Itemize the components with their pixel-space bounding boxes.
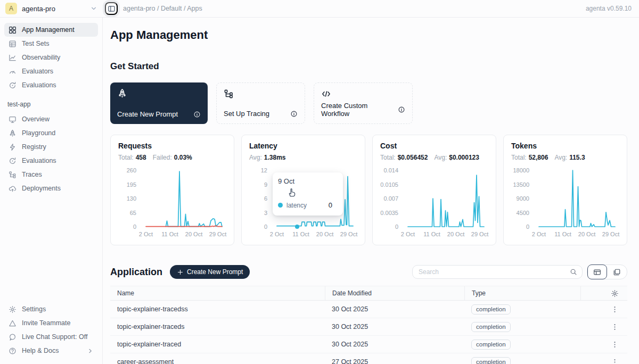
sidebar-footer-nav: SettingsInvite TeammateLive Chat Support… (4, 302, 98, 358)
sidebar-item-evaluations[interactable]: Evaluations (4, 78, 98, 92)
table-row[interactable]: topic-explainer-tracedss30 Oct 2025compl… (110, 301, 627, 318)
stat-card-chart[interactable]: 0.0140.01050.0070.003502 Oct11 Oct20 Oct… (373, 163, 497, 243)
main-content: App Management Get Started Create New Pr… (103, 18, 639, 364)
row-type: completion (464, 357, 580, 364)
row-type: completion (464, 340, 580, 350)
sidebar-item-observability[interactable]: Observability (4, 51, 98, 64)
tree-icon (9, 171, 17, 179)
kebab-menu-icon[interactable] (611, 305, 619, 313)
sidebar-item-live-chat-support-off[interactable]: Live Chat Support: Off (4, 330, 98, 344)
search-icon[interactable] (570, 268, 577, 276)
stat-card-chart[interactable]: 2601951306502 Oct11 Oct20 Oct29 Oct (111, 163, 235, 243)
info-icon[interactable] (398, 106, 405, 113)
invite-icon (9, 319, 17, 327)
svg-text:0: 0 (264, 224, 267, 230)
sidebar-item-deployments[interactable]: Deployments (4, 181, 98, 195)
topbar: A agenta-pro agenta-pro / Default / Apps… (0, 0, 639, 18)
stat-card-chart[interactable]: 18000135009000450002 Oct11 Oct20 Oct29 O… (504, 163, 628, 243)
sidebar-item-traces[interactable]: Traces (4, 168, 98, 181)
application-table: NameDate ModifiedType topic-explainer-tr… (110, 286, 627, 364)
sidebar-item-invite-teammate[interactable]: Invite Teammate (4, 316, 98, 330)
table-row[interactable]: topic-explainer-traced30 Oct 2025complet… (110, 336, 627, 353)
svg-text:9000: 9000 (517, 195, 529, 202)
sidebar-item-registry[interactable]: Registry (4, 140, 98, 154)
sidebar-item-help-docs[interactable]: Help & Docs (4, 344, 98, 358)
chat-icon (9, 333, 17, 341)
table-view-icon (593, 268, 601, 276)
info-icon[interactable] (193, 111, 201, 118)
help-icon (9, 347, 17, 355)
code-icon (321, 89, 331, 99)
row-date-modified: 27 Oct 2025 (325, 358, 464, 364)
breadcrumb[interactable]: agenta-pro / Default / Apps (123, 5, 202, 12)
stat-card-metrics: Avg:1.38ms (249, 154, 286, 161)
svg-text:2 Oct: 2 Oct (270, 231, 284, 237)
svg-text:0.007: 0.007 (383, 195, 398, 202)
table-view-button[interactable] (587, 264, 607, 279)
svg-text:0: 0 (133, 224, 136, 230)
svg-text:29 Oct: 29 Oct (209, 231, 226, 237)
sidebar-item-label: Evaluations (22, 81, 56, 89)
stat-card-latency: LatencyAvg:1.38ms1296302 Oct11 Oct20 Oct… (241, 135, 365, 245)
info-icon[interactable] (290, 110, 298, 118)
get-started-card-create-custom-workflow[interactable]: Create Custom Workflow (314, 82, 413, 124)
stat-card-metrics: Total:458Failed:0.03% (118, 154, 192, 161)
svg-text:6: 6 (264, 195, 267, 202)
gear-icon[interactable] (611, 289, 619, 297)
chart-icon (9, 54, 17, 62)
row-actions (580, 323, 627, 331)
table-row[interactable]: topic-explainer-traceds30 Oct 2025comple… (110, 318, 627, 336)
sidebar-main-nav: App ManagementTest SetsObservabilityEval… (4, 23, 98, 92)
get-started-card-create-new-prompt[interactable]: Create New Prompt (110, 82, 208, 124)
card-view-button[interactable] (607, 264, 627, 279)
sidebar-item-overview[interactable]: Overview (4, 112, 98, 126)
stat-card-tokens: TokensTotal:52,806Avg:115.31800013500900… (503, 135, 627, 245)
column-header-name[interactable]: Name (110, 289, 325, 297)
sidebar-item-app-management[interactable]: App Management (4, 23, 98, 37)
row-actions (580, 305, 627, 313)
kebab-menu-icon[interactable] (611, 341, 619, 349)
refresh-icon (9, 157, 17, 165)
search-input[interactable] (419, 268, 570, 276)
row-name: career-assessment (110, 358, 325, 364)
sidebar-item-evaluations[interactable]: Evaluations (4, 154, 98, 168)
svg-text:2 Oct: 2 Oct (139, 231, 153, 237)
rocket-icon (9, 129, 17, 137)
search-box (412, 265, 583, 279)
kebab-menu-icon[interactable] (611, 358, 619, 364)
card-label: Set Up Tracing (224, 110, 269, 118)
svg-text:3: 3 (264, 210, 267, 216)
sidebar-toggle-button[interactable] (105, 2, 118, 15)
svg-text:18000: 18000 (513, 167, 529, 173)
get-started-card-set-up-tracing[interactable]: Set Up Tracing (216, 82, 305, 124)
workspace-switcher[interactable]: A agenta-pro (0, 3, 103, 14)
table-row[interactable]: career-assessment27 Oct 2025completion (110, 353, 627, 364)
column-header-type[interactable]: Type (464, 286, 580, 300)
column-settings[interactable] (580, 286, 627, 300)
row-name: topic-explainer-tracedss (110, 305, 325, 313)
svg-text:11 Oct: 11 Oct (554, 231, 571, 237)
type-badge: completion (471, 357, 511, 364)
row-date-modified: 30 Oct 2025 (325, 323, 464, 330)
tooltip-value: 0 (329, 201, 338, 209)
chart-tooltip: 9 Octlatency0 (273, 172, 343, 216)
sidebar-item-playground[interactable]: Playground (4, 126, 98, 140)
gauge-icon (9, 68, 17, 76)
svg-text:12: 12 (261, 167, 267, 173)
svg-text:11 Oct: 11 Oct (292, 231, 309, 237)
svg-text:0: 0 (395, 224, 398, 230)
app-version: agenta v0.59.10 (586, 5, 639, 12)
create-new-prompt-button[interactable]: Create New Prompt (170, 265, 250, 279)
gear-icon (9, 305, 17, 313)
kebab-menu-icon[interactable] (611, 323, 619, 331)
svg-text:130: 130 (127, 195, 136, 202)
metric: Failed:0.03% (153, 154, 192, 161)
svg-text:0.0105: 0.0105 (380, 181, 398, 188)
column-header-date-modified[interactable]: Date Modified (325, 286, 464, 300)
sidebar-item-test-sets[interactable]: Test Sets (4, 37, 98, 51)
type-badge: completion (471, 340, 511, 350)
sidebar-item-settings[interactable]: Settings (4, 302, 98, 316)
sidebar-item-evaluators[interactable]: Evaluators (4, 64, 98, 78)
svg-text:11 Oct: 11 Oct (423, 231, 440, 237)
chevron-down-icon[interactable] (90, 5, 97, 12)
